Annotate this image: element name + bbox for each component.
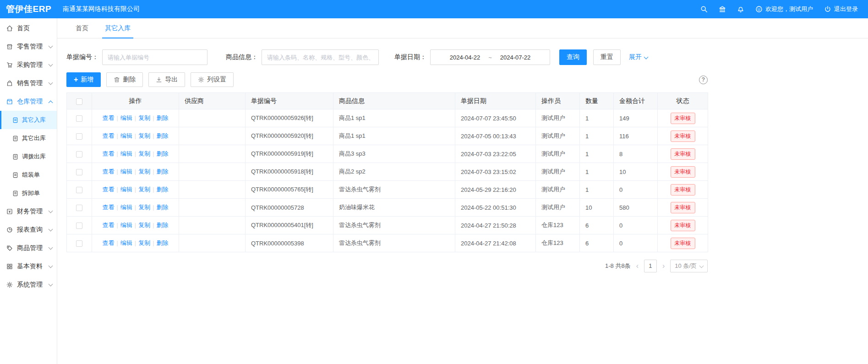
row-checkbox[interactable] bbox=[76, 187, 82, 193]
welcome-user[interactable]: 欢迎您，测试用户 bbox=[755, 5, 813, 13]
delete-link[interactable]: 删除 bbox=[157, 204, 169, 211]
chevron-down-icon bbox=[49, 44, 53, 49]
company-name: 南通某某网络科技有限公司 bbox=[63, 5, 140, 13]
date-start-value[interactable]: 2024-04-22 bbox=[450, 54, 480, 61]
view-link[interactable]: 查看 bbox=[102, 132, 114, 139]
delete-link[interactable]: 删除 bbox=[157, 186, 169, 193]
pipe-separator: | bbox=[135, 239, 136, 246]
cell-product: 雷达杀虫气雾剂 bbox=[333, 234, 455, 252]
edit-link[interactable]: 编辑 bbox=[120, 222, 132, 228]
copy-link[interactable]: 复制 bbox=[138, 114, 150, 121]
column-settings-button[interactable]: 列设置 bbox=[191, 72, 234, 87]
help-icon[interactable]: ? bbox=[699, 76, 708, 84]
pipe-separator: | bbox=[135, 204, 136, 211]
sidebar-item-retail[interactable]: 零售管理 bbox=[0, 38, 57, 56]
row-checkbox[interactable] bbox=[76, 205, 82, 211]
sidebar-subitem-other-outbound[interactable]: 其它出库 bbox=[0, 129, 57, 147]
cell-date: 2024-04-27 21:50:28 bbox=[455, 217, 536, 234]
download-icon bbox=[156, 76, 162, 83]
search-icon[interactable] bbox=[700, 5, 708, 13]
date-end-value[interactable]: 2024-07-22 bbox=[500, 54, 531, 61]
row-checkbox[interactable] bbox=[76, 223, 82, 229]
copy-link[interactable]: 复制 bbox=[138, 222, 150, 228]
sidebar-item-system[interactable]: 系统管理 bbox=[0, 276, 57, 294]
delete-link[interactable]: 删除 bbox=[157, 168, 169, 175]
sidebar-subitem-disassembly[interactable]: 拆卸单 bbox=[0, 184, 57, 202]
sidebar-item-goods[interactable]: 商品管理 bbox=[0, 239, 57, 257]
pipe-separator: | bbox=[135, 222, 136, 228]
sidebar-item-basic-data[interactable]: 基本资料 bbox=[0, 257, 57, 276]
logout-button[interactable]: 退出登录 bbox=[824, 5, 858, 13]
delete-button[interactable]: 删除 bbox=[106, 72, 143, 87]
view-link[interactable]: 查看 bbox=[102, 222, 114, 228]
trash-icon bbox=[114, 76, 120, 83]
select-all-checkbox[interactable] bbox=[76, 98, 82, 105]
delete-link[interactable]: 删除 bbox=[157, 150, 169, 157]
bell-icon[interactable] bbox=[737, 5, 744, 13]
tab-home[interactable]: 首页 bbox=[67, 18, 97, 38]
cell-date: 2024-05-29 22:16:20 bbox=[455, 181, 536, 199]
pipe-separator: | bbox=[135, 186, 136, 193]
prev-page-icon[interactable]: ‹ bbox=[635, 262, 639, 270]
row-checkbox[interactable] bbox=[76, 169, 82, 175]
copy-link[interactable]: 复制 bbox=[138, 204, 150, 211]
sidebar-item-home[interactable]: 首页 bbox=[0, 19, 57, 38]
export-button-label: 导出 bbox=[165, 76, 178, 84]
date-range-picker[interactable]: 2024-04-22 ~ 2024-07-22 bbox=[430, 49, 550, 65]
delete-link[interactable]: 删除 bbox=[157, 114, 169, 121]
reset-button[interactable]: 重置 bbox=[593, 49, 621, 65]
sidebar-subitem-transfer-outbound[interactable]: 调拨出库 bbox=[0, 147, 57, 166]
cell-order-no: QTRK00000005401[转] bbox=[246, 217, 333, 234]
view-link[interactable]: 查看 bbox=[102, 150, 114, 157]
view-link[interactable]: 查看 bbox=[102, 239, 114, 246]
date-range-separator: ~ bbox=[488, 54, 492, 61]
sidebar-item-reports[interactable]: 报表查询 bbox=[0, 221, 57, 239]
delete-link[interactable]: 删除 bbox=[157, 222, 169, 228]
edit-link[interactable]: 编辑 bbox=[120, 114, 132, 121]
bank-icon[interactable] bbox=[719, 5, 726, 13]
sidebar-subitem-assembly[interactable]: 组装单 bbox=[0, 166, 57, 184]
sidebar-subitem-other-inbound[interactable]: 其它入库 bbox=[0, 111, 57, 129]
product-info-input[interactable] bbox=[262, 49, 379, 65]
add-button[interactable]: + 新增 bbox=[66, 72, 101, 87]
sidebar-item-label: 财务管理 bbox=[17, 207, 43, 216]
page-number[interactable]: 1 bbox=[644, 260, 657, 272]
view-link[interactable]: 查看 bbox=[102, 204, 114, 211]
app-header: 管伊佳ERP 南通某某网络科技有限公司 欢迎您，测试用户 退出登录 bbox=[0, 0, 868, 18]
tab-other-inbound[interactable]: 其它入库 bbox=[97, 18, 139, 38]
row-checkbox[interactable] bbox=[76, 151, 82, 158]
view-link[interactable]: 查看 bbox=[102, 114, 114, 121]
cell-amount: 580 bbox=[614, 199, 658, 217]
copy-link[interactable]: 复制 bbox=[138, 239, 150, 246]
sidebar-item-sales[interactable]: 销售管理 bbox=[0, 74, 57, 92]
edit-link[interactable]: 编辑 bbox=[120, 204, 132, 211]
cell-product: 商品1 sp1 bbox=[333, 127, 455, 145]
copy-link[interactable]: 复制 bbox=[138, 186, 150, 193]
delete-link[interactable]: 删除 bbox=[157, 239, 169, 246]
page-size-select[interactable]: 10 条/页 bbox=[670, 260, 708, 272]
next-page-icon[interactable]: › bbox=[661, 262, 666, 270]
chevron-down-icon bbox=[49, 81, 53, 85]
copy-link[interactable]: 复制 bbox=[138, 168, 150, 175]
sidebar-item-label: 报表查询 bbox=[17, 226, 43, 234]
row-checkbox[interactable] bbox=[76, 133, 82, 140]
row-checkbox[interactable] bbox=[76, 115, 82, 122]
edit-link[interactable]: 编辑 bbox=[120, 168, 132, 175]
copy-link[interactable]: 复制 bbox=[138, 132, 150, 139]
search-button[interactable]: 查询 bbox=[559, 49, 587, 65]
view-link[interactable]: 查看 bbox=[102, 186, 114, 193]
sidebar-item-finance[interactable]: 财务管理 bbox=[0, 202, 57, 221]
edit-link[interactable]: 编辑 bbox=[120, 239, 132, 246]
view-link[interactable]: 查看 bbox=[102, 168, 114, 175]
copy-link[interactable]: 复制 bbox=[138, 150, 150, 157]
delete-link[interactable]: 删除 bbox=[157, 132, 169, 139]
order-no-input[interactable] bbox=[102, 49, 207, 65]
sidebar-item-purchase[interactable]: 采购管理 bbox=[0, 56, 57, 74]
sidebar-item-warehouse[interactable]: 仓库管理 bbox=[0, 92, 57, 111]
edit-link[interactable]: 编辑 bbox=[120, 186, 132, 193]
export-button[interactable]: 导出 bbox=[148, 72, 185, 87]
edit-link[interactable]: 编辑 bbox=[120, 150, 132, 157]
edit-link[interactable]: 编辑 bbox=[120, 132, 132, 139]
expand-toggle[interactable]: 展开 bbox=[629, 53, 648, 61]
row-checkbox[interactable] bbox=[76, 240, 82, 247]
